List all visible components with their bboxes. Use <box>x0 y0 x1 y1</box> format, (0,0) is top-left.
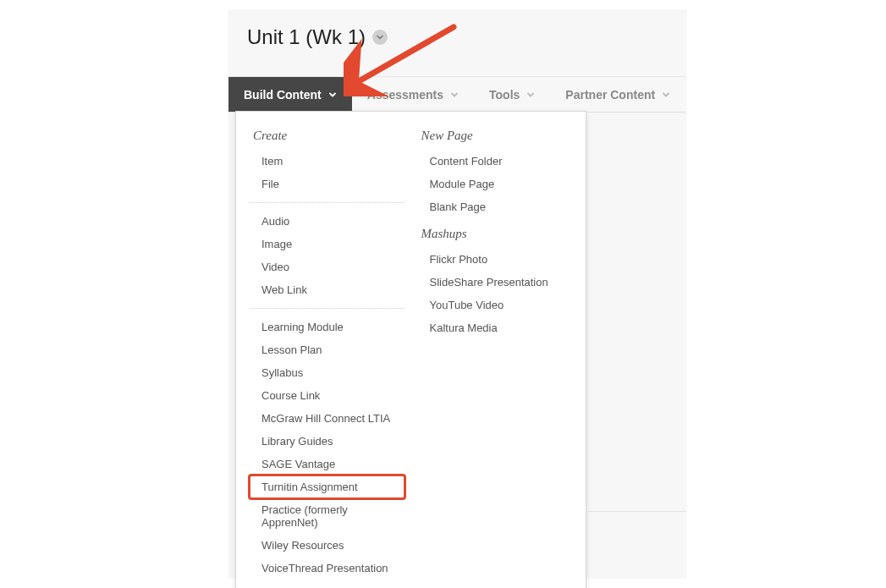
menu-item-voicethread[interactable]: VoiceThread Presentation <box>250 557 404 580</box>
chevron-down-icon <box>450 91 459 99</box>
menu-item-web-link[interactable]: Web Link <box>250 278 404 301</box>
menu-item-image[interactable]: Image <box>250 233 404 256</box>
chevron-down-icon <box>526 91 535 99</box>
tab-partner-content[interactable]: Partner Content <box>550 77 685 112</box>
tab-build-content[interactable]: Build Content <box>228 77 352 112</box>
menu-item-blank-page[interactable]: Blank Page <box>418 195 573 218</box>
dropdown-heading-create: Create <box>253 129 401 143</box>
menu-item-mcgraw-hill-connect[interactable]: McGraw Hill Connect LTIA <box>250 407 404 430</box>
menu-item-video[interactable]: Video <box>250 256 404 278</box>
menu-item-turnitin-assignment[interactable]: Turnitin Assignment <box>250 475 404 498</box>
page-title: Unit 1 (Wk 1) <box>247 25 366 49</box>
menu-item-item[interactable]: Item <box>250 150 404 173</box>
create-group-basic: Item File <box>250 150 404 203</box>
dropdown-col-create: Create Item File Audio Image Video Web L… <box>236 112 411 588</box>
chevron-down-icon <box>662 91 670 99</box>
page-header: Unit 1 (Wk 1) <box>228 10 686 76</box>
tab-tools[interactable]: Tools <box>474 77 550 112</box>
menu-item-lesson-plan[interactable]: Lesson Plan <box>250 338 404 361</box>
dropdown-heading-mashups: Mashups <box>421 227 570 241</box>
action-bar: Build Content Assessments Tools Partner … <box>228 76 686 113</box>
tab-assessments[interactable]: Assessments <box>352 77 474 112</box>
menu-item-course-link[interactable]: Course Link <box>250 384 404 407</box>
menu-item-kaltura-media[interactable]: Kaltura Media <box>418 316 573 339</box>
menu-item-flickr-photo[interactable]: Flickr Photo <box>418 248 573 271</box>
menu-item-learning-module[interactable]: Learning Module <box>250 316 404 338</box>
menu-item-audio[interactable]: Audio <box>250 210 404 233</box>
tab-label: Tools <box>489 88 520 102</box>
newpage-group: Content Folder Module Page Blank Page <box>418 150 573 218</box>
mashups-group: Flickr Photo SlideShare Presentation You… <box>418 248 573 339</box>
menu-item-practice-apprennet[interactable]: Practice (formerly ApprenNet) <box>250 498 404 534</box>
dropdown-heading-new-page: New Page <box>421 129 570 143</box>
create-group-media: Audio Image Video Web Link <box>250 210 404 309</box>
chevron-down-icon <box>328 91 337 99</box>
menu-item-file[interactable]: File <box>250 173 404 195</box>
build-content-dropdown: Create Item File Audio Image Video Web L… <box>235 111 586 588</box>
tab-label: Build Content <box>244 88 322 102</box>
page-title-row: Unit 1 (Wk 1) <box>247 25 388 49</box>
menu-item-library-guides[interactable]: Library Guides <box>250 430 404 453</box>
title-options-toggle[interactable] <box>372 30 388 45</box>
tab-label: Partner Content <box>565 88 655 102</box>
create-group-advanced: Learning Module Lesson Plan Syllabus Cou… <box>250 316 404 580</box>
content-panel: Unit 1 (Wk 1) Build Content Assessments <box>228 10 686 578</box>
chevron-down-icon <box>376 33 384 41</box>
tab-label: Assessments <box>367 88 443 102</box>
menu-item-wiley-resources[interactable]: Wiley Resources <box>250 534 404 557</box>
dropdown-col-newpage-mashups: New Page Content Folder Module Page Blan… <box>411 112 586 588</box>
panel-divider <box>586 511 686 512</box>
menu-item-slideshare-presentation[interactable]: SlideShare Presentation <box>418 271 573 294</box>
menu-item-syllabus[interactable]: Syllabus <box>250 361 404 384</box>
menu-item-module-page[interactable]: Module Page <box>418 173 573 195</box>
menu-item-content-folder[interactable]: Content Folder <box>418 150 573 173</box>
viewport: Unit 1 (Wk 1) Build Content Assessments <box>0 0 886 588</box>
menu-item-sage-vantage[interactable]: SAGE Vantage <box>250 453 404 475</box>
menu-item-youtube-video[interactable]: YouTube Video <box>418 294 573 316</box>
